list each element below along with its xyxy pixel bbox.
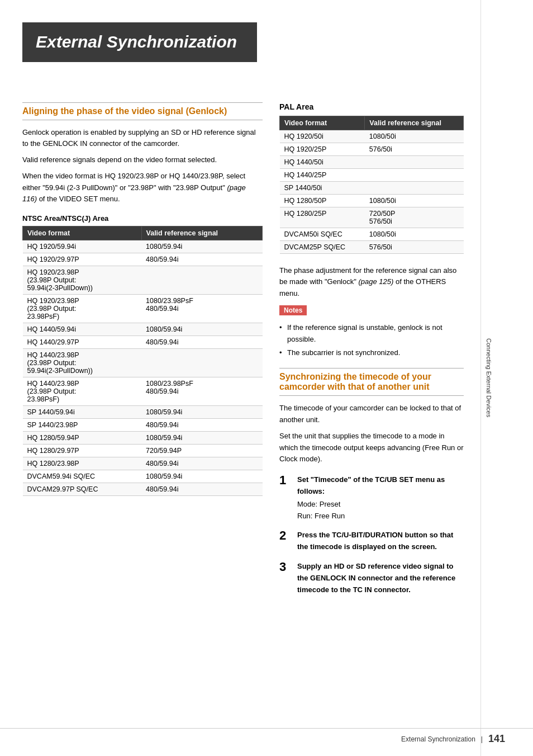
genlock-section-header: Aligning the phase of the video signal (… (22, 102, 263, 120)
step-sub: Mode: Preset Run: Free Run (297, 499, 464, 522)
table-row: HQ 1920/59.94i1080/59.94i (23, 240, 263, 253)
right-column: PAL Area Video format Valid reference si… (279, 102, 464, 604)
format-cell: HQ 1920/59.94i (23, 240, 142, 253)
signal-cell: 720/50P 576/50i (365, 207, 464, 228)
format-cell: HQ 1280/50P (280, 194, 365, 207)
sync-title: Synchronizing the timecode of your camco… (279, 372, 464, 392)
table-row: HQ 1440/23.98P (23.98P Output: 23.98PsF)… (23, 377, 263, 406)
main-content: External Synchronization Aligning the ph… (0, 0, 480, 756)
sync-text2: Set the unit that supplies the timecode … (279, 431, 464, 465)
table-row: HQ 1440/29.97P480/59.94i (23, 336, 263, 349)
step-item: 1Set "Timecode" of the TC/UB SET menu as… (279, 474, 464, 522)
step-title: Press the TC/U-BIT/DURATION button so th… (297, 530, 464, 553)
table-row: HQ 1920/23.98P (23.98P Output: 23.98PsF)… (23, 295, 263, 323)
table-row: DVCAM25P SQ/EC576/50i (280, 240, 464, 253)
step-content: Supply an HD or SD reference video signa… (297, 561, 464, 596)
format-cell: HQ 1440/25P (280, 168, 365, 181)
signal-cell (365, 181, 464, 194)
table-row: HQ 1280/25P720/50P 576/50i (280, 207, 464, 228)
format-cell: HQ 1440/23.98P (23.98P Output: 23.98PsF) (23, 377, 142, 406)
step-list: 1Set "Timecode" of the TC/UB SET menu as… (279, 474, 464, 596)
page: External Synchronization Aligning the ph… (0, 0, 533, 756)
signal-cell (141, 266, 262, 295)
format-cell: HQ 1280/29.97P (23, 445, 142, 457)
table-row: HQ 1920/23.98P (23.98P Output: 59.94i(2-… (23, 266, 263, 295)
step-title: Supply an HD or SD reference video signa… (297, 561, 464, 596)
table-row: HQ 1920/29.97P480/59.94i (23, 253, 263, 266)
footer-right: External Synchronization | 141 (401, 733, 505, 745)
pal-table: Video format Valid reference signal HQ 1… (279, 116, 464, 254)
step-content: Set "Timecode" of the TC/UB SET menu as … (297, 474, 464, 522)
signal-cell (141, 349, 262, 377)
format-cell: DVCAM25P SQ/EC (280, 240, 365, 253)
table-row: HQ 1280/23.98P480/59.94i (23, 457, 263, 470)
table-row: DVCAM29.97P SQ/EC480/59.94i (23, 483, 263, 496)
notes-label: Notes (279, 305, 307, 315)
table-row: HQ 1920/50i1080/50i (280, 130, 464, 143)
signal-cell: 480/59.94i (141, 253, 262, 266)
signal-cell: 1080/23.98PsF 480/59.94i (141, 377, 262, 406)
sidebar-tab: Connecting External Devices (480, 0, 496, 756)
signal-cell: 576/50i (365, 143, 464, 155)
table-row: HQ 1280/50P1080/50i (280, 194, 464, 207)
step-item: 2Press the TC/U-BIT/DURATION button so t… (279, 530, 464, 553)
notes-list: If the reference signal is unstable, gen… (279, 322, 464, 359)
sync-text1: The timecode of your camcorder can be lo… (279, 403, 464, 426)
signal-cell: 1080/59.94i (141, 470, 262, 483)
ntsc-col-signal: Valid reference signal (141, 226, 262, 240)
signal-cell: 576/50i (365, 240, 464, 253)
format-cell: HQ 1920/50i (280, 130, 365, 143)
signal-cell: 1080/59.94i (141, 240, 262, 253)
signal-cell: 480/59.94i (141, 483, 262, 496)
format-cell: HQ 1440/50i (280, 155, 365, 168)
footer-section-label: External Synchronization (401, 735, 475, 743)
signal-cell: 720/59.94P (141, 445, 262, 457)
list-item: The subcarrier is not synchronized. (279, 347, 464, 359)
two-column-layout: Aligning the phase of the video signal (… (22, 102, 464, 604)
genlock-text2: Valid reference signals depend on the vi… (22, 154, 257, 166)
table-row: SP 1440/59.94i1080/59.94i (23, 406, 263, 419)
genlock-text1: Genlock operation is enabled by supplyin… (22, 127, 257, 150)
format-cell: HQ 1440/23.98P (23.98P Output: 59.94i(2-… (23, 349, 142, 377)
format-cell: HQ 1280/23.98P (23, 457, 142, 470)
step-item: 3Supply an HD or SD reference video sign… (279, 561, 464, 596)
signal-cell: 1080/23.98PsF 480/59.94i (141, 295, 262, 323)
pal-col-signal: Valid reference signal (365, 116, 464, 130)
table-row: HQ 1440/50i (280, 155, 464, 168)
signal-cell: 480/59.94i (141, 336, 262, 349)
genlock-title: Aligning the phase of the video signal (… (22, 106, 263, 116)
ntsc-table: Video format Valid reference signal HQ 1… (22, 226, 263, 496)
format-cell: HQ 1920/29.97P (23, 253, 142, 266)
signal-cell: 1080/50i (365, 228, 464, 240)
list-item: If the reference signal is unstable, gen… (279, 322, 464, 346)
left-column: Aligning the phase of the video signal (… (22, 102, 263, 604)
genlock-text3: When the video format is HQ 1920/23.98P … (22, 171, 257, 205)
format-cell: HQ 1440/59.94i (23, 323, 142, 336)
table-row: SP 1440/23.98P480/59.94i (23, 419, 263, 432)
step-number: 1 (279, 474, 292, 486)
footer-bar: External Synchronization | 141 (0, 728, 533, 745)
format-cell: HQ 1920/23.98P (23.98P Output: 23.98PsF) (23, 295, 142, 323)
sync-body: The timecode of your camcorder can be lo… (279, 403, 464, 465)
signal-cell (365, 155, 464, 168)
sync-section-header: Synchronizing the timecode of your camco… (279, 368, 464, 396)
title-box: External Synchronization (22, 22, 257, 62)
signal-cell: 1080/50i (365, 194, 464, 207)
signal-cell: 480/59.94i (141, 419, 262, 432)
table-row: HQ 1280/29.97P720/59.94P (23, 445, 263, 457)
step-number: 2 (279, 530, 292, 542)
genlock-body: Genlock operation is enabled by supplyin… (22, 127, 257, 206)
format-cell: SP 1440/50i (280, 181, 365, 194)
signal-cell: 1080/59.94i (141, 432, 262, 445)
format-cell: SP 1440/59.94i (23, 406, 142, 419)
table-row: HQ 1440/23.98P (23.98P Output: 59.94i(2-… (23, 349, 263, 377)
format-cell: DVCAM59.94i SQ/EC (23, 470, 142, 483)
phase-note: The phase adjustment for the reference s… (279, 265, 464, 300)
step-title: Set "Timecode" of the TC/UB SET menu as … (297, 474, 464, 498)
signal-cell: 1080/59.94i (141, 323, 262, 336)
table-row: HQ 1440/59.94i1080/59.94i (23, 323, 263, 336)
pal-title: PAL Area (279, 102, 464, 111)
step-content: Press the TC/U-BIT/DURATION button so th… (297, 530, 464, 553)
table-row: DVCAM50i SQ/EC1080/50i (280, 228, 464, 240)
footer-divider: | (481, 735, 483, 743)
